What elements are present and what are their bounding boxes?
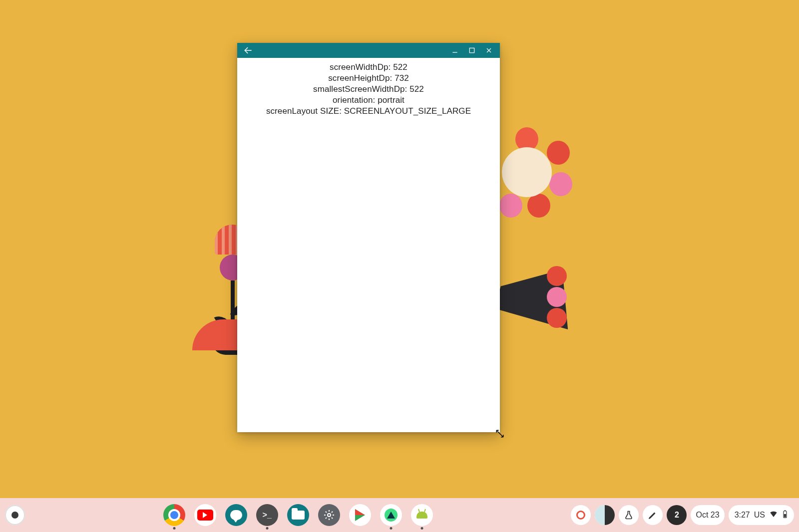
arrow-left-icon	[243, 45, 253, 55]
svg-point-1	[328, 514, 331, 517]
app-settings[interactable]	[318, 504, 340, 526]
close-button[interactable]	[482, 44, 496, 56]
status-area[interactable]: 3:27 US	[729, 505, 794, 525]
app-play-store[interactable]	[349, 504, 371, 526]
beaker-icon	[624, 510, 634, 520]
clock-text: 3:27	[735, 511, 750, 520]
window-content: screenWidthDp: 522 screenHeightDp: 732 s…	[237, 58, 500, 432]
config-label: smallestScreenWidthDp	[313, 84, 405, 94]
window-titlebar[interactable]	[237, 43, 500, 58]
battery-icon	[782, 510, 788, 521]
back-button[interactable]	[241, 44, 255, 56]
app-messages[interactable]	[225, 504, 247, 526]
config-label: screenLayout SIZE	[266, 106, 339, 116]
config-row: smallestScreenWidthDp: 522	[243, 84, 494, 95]
ime-indicator: US	[754, 511, 765, 520]
app-window: screenWidthDp: 522 screenHeightDp: 732 s…	[237, 43, 500, 432]
pen-icon	[648, 510, 658, 520]
app-terminal[interactable]: >_	[256, 504, 278, 526]
config-label: screenWidthDp	[330, 62, 389, 72]
desktop: screenWidthDp: 522 screenHeightDp: 732 s…	[0, 0, 799, 532]
wifi-icon	[769, 510, 778, 521]
gear-icon	[323, 509, 335, 521]
app-files[interactable]	[287, 504, 309, 526]
window-preview-button[interactable]	[595, 505, 615, 525]
config-value: portrait	[378, 95, 404, 105]
experiments-button[interactable]	[619, 505, 639, 525]
preview-thumbnail-icon	[595, 505, 615, 525]
svg-rect-0	[469, 48, 474, 52]
date-text: Oct 23	[696, 511, 719, 520]
config-row: orientation: portrait	[243, 95, 494, 106]
config-value: 732	[395, 73, 409, 83]
stylus-button[interactable]	[643, 505, 663, 525]
app-chrome[interactable]	[163, 504, 185, 526]
system-tray: 2 Oct 23 3:27 US	[571, 505, 794, 525]
minimize-button[interactable]	[448, 44, 462, 56]
screen-record-button[interactable]	[571, 505, 591, 525]
config-value: SCREENLAYOUT_SIZE_LARGE	[344, 106, 471, 116]
config-label: orientation	[333, 95, 373, 105]
notification-count[interactable]: 2	[667, 505, 687, 525]
svg-rect-4	[784, 514, 786, 517]
resize-cursor-icon	[495, 429, 504, 438]
launcher-button[interactable]	[5, 505, 25, 525]
maximize-icon	[468, 46, 476, 54]
shelf-apps: >_	[30, 504, 566, 526]
config-row: screenHeightDp: 732	[243, 73, 494, 84]
config-row: screenLayout SIZE: SCREENLAYOUT_SIZE_LAR…	[243, 106, 494, 117]
record-icon	[576, 511, 585, 520]
config-value: 522	[393, 62, 407, 72]
app-android-studio[interactable]	[380, 504, 402, 526]
config-label: screenHeightDp	[328, 73, 390, 83]
shelf: >_ 2 Oct 23 3:27	[0, 498, 799, 532]
close-icon	[485, 46, 493, 54]
launcher-icon	[11, 512, 18, 519]
date-pill[interactable]: Oct 23	[691, 505, 724, 525]
app-android-emulator[interactable]	[411, 504, 433, 526]
notification-count-value: 2	[675, 511, 679, 520]
config-row: screenWidthDp: 522	[243, 62, 494, 73]
svg-rect-3	[785, 511, 786, 512]
minimize-icon	[451, 46, 459, 54]
app-youtube[interactable]	[194, 504, 216, 526]
maximize-button[interactable]	[465, 44, 479, 56]
config-value: 522	[409, 84, 424, 94]
